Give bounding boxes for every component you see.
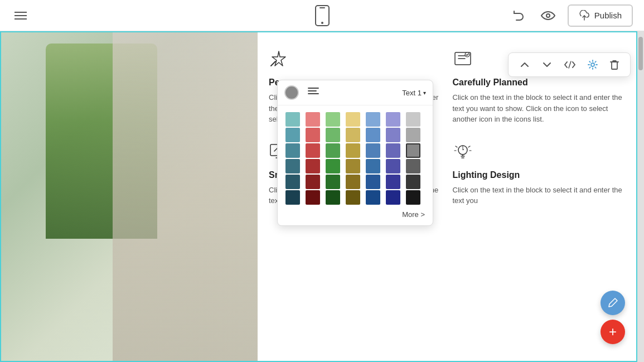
move-down-button[interactable] [536,56,558,73]
text-style-bar: Text 1 ▾ More > [277,80,433,226]
code-icon [564,60,575,69]
text-style-header: Text 1 ▾ [278,80,433,105]
color-cell[interactable] [326,159,340,173]
color-cell[interactable] [285,112,300,127]
color-cell[interactable] [285,128,300,142]
color-cell[interactable] [285,143,300,158]
add-fab-button[interactable]: + [601,320,625,344]
right-scrollbar[interactable] [637,31,644,362]
feature-desc-2: Click on the text in the block to select… [453,92,626,125]
canvas: Pe... Click on the text in the block to … [0,31,637,362]
color-cell[interactable] [346,128,360,142]
text-color-swatch[interactable] [284,85,299,100]
settings-button[interactable] [582,56,603,73]
feature-desc-4: Click on the text in the block to select… [453,185,626,206]
topbar-center [311,2,333,30]
color-cell[interactable] [306,175,320,189]
feature-icon-4 [453,142,626,166]
color-cell[interactable] [326,112,340,127]
color-cell[interactable] [406,175,420,189]
color-cell[interactable] [386,143,400,158]
undo-icon [512,9,525,22]
palette-grid [285,112,425,205]
menu-button[interactable] [11,8,30,23]
text-align-button[interactable] [304,85,322,100]
pencil-icon [607,297,618,308]
hero-image [1,32,258,361]
svg-point-3 [546,14,550,17]
color-cell[interactable] [386,159,400,173]
eye-icon [541,11,555,21]
feature-title-2: Carefully Planned [453,78,626,88]
code-button[interactable] [559,57,581,73]
feature-item-4: Lighting Design Click on the text in the… [453,142,626,206]
color-cell[interactable] [346,175,360,189]
color-cell[interactable] [326,175,340,189]
color-palette: More > [278,105,433,225]
color-cell[interactable] [306,159,320,173]
move-up-button[interactable] [514,56,535,73]
feature-title-4: Lighting Design [453,170,626,180]
canvas-inner: Pe... Click on the text in the block to … [1,32,636,361]
arrow-down-icon [542,60,552,70]
color-cell[interactable] [285,175,300,189]
color-cell[interactable] [346,159,360,173]
arrow-up-icon [520,60,530,70]
svg-point-1 [321,22,323,24]
scrollbar-thumb [638,37,643,70]
svg-line-20 [569,61,571,68]
color-cell[interactable] [366,175,380,189]
fab-container: + [601,291,625,344]
color-cell[interactable] [306,143,320,158]
dropdown-chevron: ▾ [423,90,426,96]
color-cell[interactable] [406,159,420,173]
delete-button[interactable] [604,56,624,73]
mobile-preview-button[interactable] [311,2,333,30]
color-cell[interactable] [366,190,380,205]
color-cell[interactable] [366,159,380,173]
text-style-label: Text 1 [402,89,422,97]
color-cell[interactable] [285,190,300,205]
topbar-right: Publish [509,4,633,27]
color-cell[interactable] [346,190,360,205]
publish-button[interactable]: Publish [568,4,633,27]
undo-button[interactable] [509,6,529,26]
color-cell[interactable] [306,190,320,205]
color-cell[interactable] [386,128,400,142]
color-cell[interactable] [366,128,380,142]
main-area: Pe... Click on the text in the block to … [0,31,644,362]
more-colors-link[interactable]: More > [285,207,425,223]
floating-toolbar [508,52,631,77]
text-style-selector[interactable]: Text 1 ▾ [402,89,426,97]
color-cell[interactable] [306,112,320,127]
cloud-upload-icon [579,10,590,21]
preview-button[interactable] [538,7,559,24]
topbar: Publish [0,0,644,31]
color-cell[interactable] [406,143,420,158]
color-cell[interactable] [306,128,320,142]
color-cell[interactable] [346,143,360,158]
color-cell[interactable] [386,175,400,189]
align-icon [308,87,319,96]
feature-icon-1 [269,49,442,73]
edit-fab-button[interactable] [601,291,625,315]
color-cell[interactable] [386,190,400,205]
svg-point-21 [591,63,594,66]
color-cell[interactable] [326,128,340,142]
color-cell[interactable] [366,112,380,127]
phone-icon [314,5,330,26]
add-icon: + [609,325,617,339]
publish-label: Publish [594,11,622,20]
color-cell[interactable] [346,112,360,127]
svg-line-16 [456,146,457,147]
topbar-left [11,8,30,23]
color-cell[interactable] [406,128,420,142]
color-cell[interactable] [386,112,400,127]
color-cell[interactable] [406,112,420,127]
color-cell[interactable] [285,159,300,173]
color-cell[interactable] [366,143,380,158]
color-cell[interactable] [406,190,420,205]
trash-icon [610,60,619,70]
color-cell[interactable] [326,190,340,205]
color-cell[interactable] [326,143,340,158]
